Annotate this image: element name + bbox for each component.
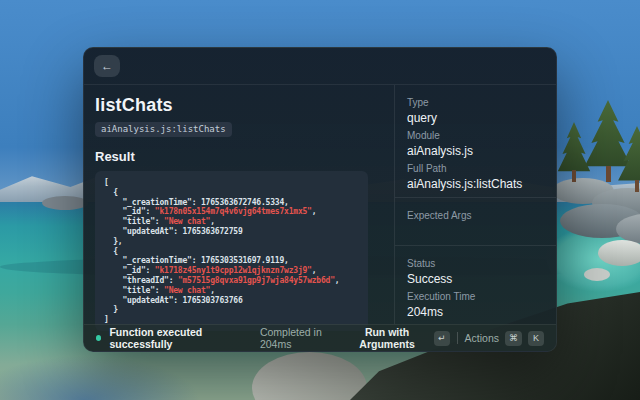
execution-time-value: 204ms [407, 305, 544, 320]
module-value: aiAnalysis.js [407, 144, 544, 159]
page-title: listChats [95, 95, 368, 116]
footer-divider [457, 332, 458, 344]
code-line: "_id": "k1718z45ny1t9cpp12w1qjknzn7wz3j9… [104, 266, 359, 276]
desktop: ← listChats aiAnalysis.js:listChats Resu… [0, 0, 640, 400]
pine-tree-trunk [635, 180, 639, 192]
actions-menu-button[interactable]: Actions ⌘ K [465, 331, 544, 346]
function-runner-window: ← listChats aiAnalysis.js:listChats Resu… [83, 47, 557, 352]
run-with-arguments-button[interactable]: Run with Arguments ↵ [346, 326, 449, 350]
sidebar-section-identity: Type query Module aiAnalysis.js Full Pat… [395, 85, 556, 197]
function-path-badge: aiAnalysis.js:listChats [95, 122, 232, 137]
sidebar-section-args: Expected Args [395, 197, 556, 245]
code-line: [ [104, 178, 359, 188]
completed-text: Completed in 204ms [260, 326, 346, 350]
result-heading: Result [95, 149, 368, 164]
main-panel: listChats aiAnalysis.js:listChats Result… [84, 85, 394, 324]
water-boulder [584, 268, 610, 281]
status-message: Function executed successfully Completed… [96, 326, 346, 350]
back-arrow-icon: ← [101, 60, 113, 72]
water-boulder [598, 240, 640, 266]
deep-water-patch [0, 356, 200, 400]
code-line: { [104, 247, 359, 257]
fullpath-value: aiAnalysis.js:listChats [407, 177, 544, 192]
window-header: ← [84, 48, 556, 85]
footer-actions: Run with Arguments ↵ Actions ⌘ K [346, 326, 544, 350]
details-sidebar: Type query Module aiAnalysis.js Full Pat… [394, 85, 556, 324]
code-line: { [104, 188, 359, 198]
code-block[interactable]: [ { "_creationTime": 1765363672746.5334,… [95, 171, 368, 331]
success-dot-icon [96, 335, 101, 341]
actions-label: Actions [465, 332, 499, 344]
code-line: "threadId": "m57515g8qvxa91gp9j7wja84y57… [104, 276, 359, 286]
type-value: query [407, 111, 544, 126]
type-label: Type [407, 97, 544, 109]
code-line: "_creationTime": 1765363672746.5334, [104, 198, 359, 208]
fullpath-label: Full Path [407, 163, 544, 175]
code-line: "title": "New chat", [104, 286, 359, 296]
code-line: "title": "New chat", [104, 217, 359, 227]
code-line: "updatedAt": 1765363672759 [104, 227, 359, 237]
run-with-arguments-label: Run with Arguments [346, 326, 427, 350]
status-label: Status [407, 258, 544, 270]
pine-tree-trunk [572, 170, 576, 182]
window-body: listChats aiAnalysis.js:listChats Result… [84, 85, 556, 324]
command-key-icon: ⌘ [505, 331, 522, 346]
code-line: "updatedAt": 1765303763766 [104, 296, 359, 306]
k-key-icon: K [528, 331, 544, 346]
back-button[interactable]: ← [94, 55, 120, 77]
status-bar: Function executed successfully Completed… [84, 324, 556, 351]
module-label: Module [407, 130, 544, 142]
expected-args-label: Expected Args [407, 210, 544, 222]
code-line: "_id": "k178n05x154m7q4v6vjg64tmes7x1mx5… [104, 207, 359, 217]
status-value: Success [407, 272, 544, 287]
return-key-icon: ↵ [434, 331, 450, 346]
code-line: } [104, 305, 359, 315]
execution-time-label: Execution Time [407, 291, 544, 303]
horizon-rock [42, 196, 88, 210]
pine-tree-trunk [606, 166, 611, 182]
sidebar-section-run-info: Status Success Execution Time 204ms [395, 245, 556, 324]
status-text: Function executed successfully [109, 326, 251, 350]
code-line: "_creationTime": 1765303531697.9119, [104, 256, 359, 266]
code-line: }, [104, 237, 359, 247]
